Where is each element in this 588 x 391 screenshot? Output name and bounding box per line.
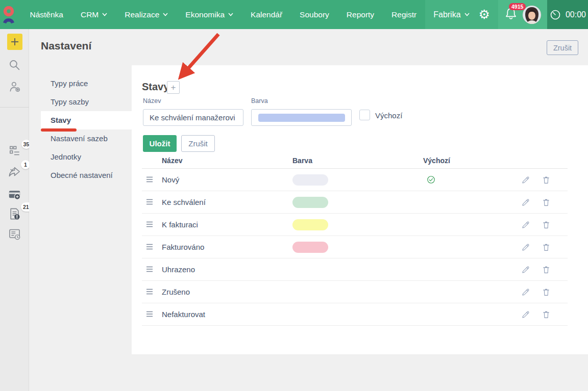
approvals-button[interactable]: 1 bbox=[0, 165, 29, 180]
menu-item-typy-prace[interactable]: Typy práce bbox=[41, 74, 132, 93]
payments-button[interactable] bbox=[0, 188, 29, 201]
workspace-section: Fabrika ⚙ bbox=[425, 0, 498, 29]
status-color-pill bbox=[292, 174, 328, 186]
drag-handle-icon[interactable] bbox=[146, 266, 153, 274]
nav-label: Ekonomika bbox=[185, 10, 225, 19]
nav-label: Reporty bbox=[347, 10, 374, 19]
table-row: Uhrazeno bbox=[142, 258, 568, 281]
nav-item-kalendar[interactable]: Kalendář bbox=[242, 0, 291, 29]
color-picker-field[interactable] bbox=[251, 109, 352, 126]
nav-item-realizace[interactable]: Realizace bbox=[116, 0, 177, 29]
nav-label: Nástěnka bbox=[30, 10, 63, 19]
table-row: K fakturaci bbox=[142, 214, 568, 236]
credit-card-icon bbox=[8, 188, 21, 201]
chevron-down-icon bbox=[102, 13, 107, 16]
reports-button[interactable] bbox=[0, 227, 29, 241]
selected-color-swatch bbox=[258, 114, 345, 122]
cancel-button[interactable]: Zrušit bbox=[181, 135, 215, 152]
icon-rail: 35 1 219 bbox=[0, 29, 29, 391]
drag-handle-icon[interactable] bbox=[146, 221, 153, 229]
main-nav: Nástěnka CRM Realizace Ekonomika Kalendá… bbox=[21, 0, 426, 29]
edit-button[interactable] bbox=[521, 175, 530, 186]
menu-item-jednotky[interactable]: Jednotky bbox=[41, 148, 132, 166]
edit-button[interactable] bbox=[521, 220, 530, 231]
nav-item-ekonomika[interactable]: Ekonomika bbox=[177, 0, 242, 29]
nav-item-registr[interactable]: Registr bbox=[383, 0, 425, 29]
name-field-label: Název bbox=[143, 97, 161, 105]
nav-item-nastenka[interactable]: Nástěnka bbox=[21, 0, 72, 29]
nav-item-soubory[interactable]: Soubory bbox=[291, 0, 338, 29]
status-name-input[interactable] bbox=[143, 109, 243, 126]
edit-button[interactable] bbox=[521, 243, 530, 253]
plus-icon bbox=[7, 34, 22, 50]
menu-item-nastaveni-sazeb[interactable]: Nastavení sazeb bbox=[41, 129, 132, 148]
status-name: Ke schválení bbox=[162, 198, 206, 206]
save-button[interactable]: Uložit bbox=[143, 135, 177, 152]
quick-add-button[interactable] bbox=[0, 34, 29, 50]
nav-item-crm[interactable]: CRM bbox=[72, 0, 116, 29]
menu-item-stavy[interactable]: Stavy bbox=[41, 111, 132, 129]
add-status-button[interactable]: + bbox=[167, 81, 180, 94]
gear-icon[interactable]: ⚙ bbox=[479, 8, 490, 21]
status-name: Uhrazeno bbox=[162, 265, 195, 274]
status-name: K fakturaci bbox=[162, 220, 198, 229]
table-row: Ke schválení bbox=[142, 191, 568, 214]
panel-heading: Stavy bbox=[142, 81, 169, 93]
nav-item-reporty[interactable]: Reporty bbox=[338, 0, 383, 29]
chevron-down-icon bbox=[464, 13, 470, 16]
navbar-right: Fabrika ⚙ 4915 bbox=[425, 0, 588, 29]
drag-handle-icon[interactable] bbox=[146, 243, 153, 252]
default-checkbox[interactable] bbox=[359, 110, 370, 120]
table-row: Nefakturovat bbox=[142, 303, 568, 326]
nav-label: Realizace bbox=[125, 10, 159, 19]
delete-button[interactable] bbox=[542, 175, 551, 186]
form-clock-icon bbox=[8, 227, 21, 241]
user-avatar[interactable] bbox=[523, 6, 541, 24]
edit-button[interactable] bbox=[521, 198, 530, 208]
delete-button[interactable] bbox=[542, 243, 551, 253]
color-field-label: Barva bbox=[251, 97, 268, 105]
table-header: Název Barva Výchozí bbox=[132, 157, 588, 168]
table-row: Zrušeno bbox=[142, 281, 568, 303]
edit-button[interactable] bbox=[521, 310, 530, 321]
drag-handle-icon[interactable] bbox=[146, 176, 153, 185]
default-checkbox-label: Výchozí bbox=[375, 111, 402, 120]
delete-button[interactable] bbox=[542, 310, 551, 321]
status-name: Nový bbox=[162, 175, 179, 184]
task-list-icon bbox=[8, 144, 21, 158]
notifications-badge: 4915 bbox=[509, 3, 526, 11]
delete-button[interactable] bbox=[542, 265, 551, 276]
edit-button[interactable] bbox=[521, 288, 530, 298]
status-color-pill bbox=[292, 197, 328, 208]
document-alert-icon bbox=[8, 207, 21, 221]
default-check-icon bbox=[427, 175, 435, 186]
top-navbar: Nástěnka CRM Realizace Ekonomika Kalendá… bbox=[0, 0, 588, 29]
drag-handle-icon[interactable] bbox=[146, 310, 153, 319]
time-tracker[interactable]: 00:00 bbox=[547, 0, 588, 29]
tasks-button[interactable]: 35 bbox=[0, 144, 29, 160]
delete-button[interactable] bbox=[542, 198, 551, 208]
app-logo[interactable] bbox=[0, 0, 17, 29]
page-title: Nastavení bbox=[41, 40, 91, 52]
annotation-underline bbox=[41, 128, 77, 132]
search-button[interactable] bbox=[0, 59, 29, 71]
delete-button[interactable] bbox=[542, 288, 551, 298]
stopwatch-icon bbox=[549, 9, 561, 21]
menu-item-typy-sazby[interactable]: Typy sazby bbox=[41, 93, 132, 111]
notifications-button[interactable]: 4915 bbox=[504, 7, 518, 23]
timer-value: 00:00 bbox=[566, 10, 586, 19]
menu-item-obecne-nastaveni[interactable]: Obecné nastavení bbox=[41, 166, 132, 185]
drag-handle-icon[interactable] bbox=[146, 198, 153, 207]
nav-label: Soubory bbox=[300, 10, 329, 19]
delete-button[interactable] bbox=[542, 220, 551, 231]
status-color-pill bbox=[292, 219, 328, 230]
page-cancel-button[interactable]: Zrušit bbox=[547, 40, 578, 55]
edit-button[interactable] bbox=[521, 265, 530, 276]
person-add-icon bbox=[8, 80, 21, 93]
drag-handle-icon[interactable] bbox=[146, 288, 153, 297]
status-color-pill bbox=[292, 242, 328, 253]
invoices-button[interactable]: 219 bbox=[0, 207, 29, 223]
logo-icon bbox=[1, 6, 16, 23]
workspace-switcher[interactable]: Fabrika bbox=[433, 10, 469, 19]
add-contact-button[interactable] bbox=[0, 80, 29, 93]
